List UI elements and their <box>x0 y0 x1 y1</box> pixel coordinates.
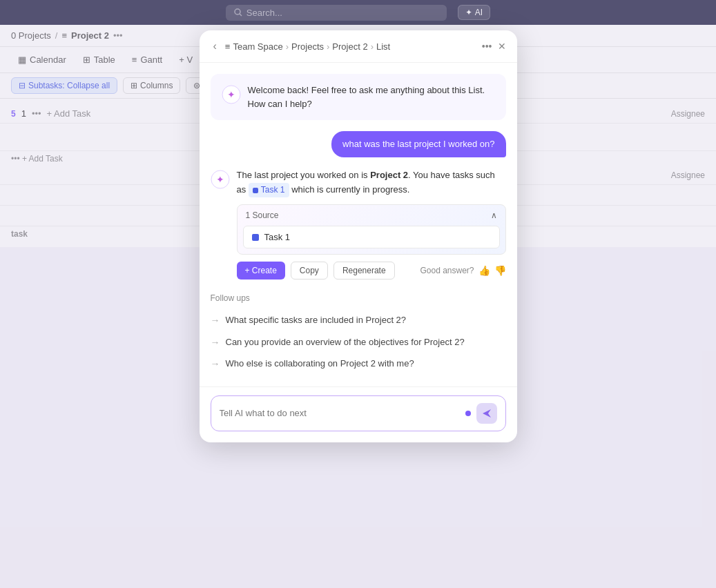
list-icon-panel: ≡ <box>225 41 231 52</box>
user-bubble: what was the last project I worked on? <box>331 131 505 157</box>
source-dot <box>252 234 259 241</box>
followups-section: Follow ups → What specific tasks are inc… <box>211 293 506 375</box>
input-wrapper <box>211 395 506 431</box>
source-header[interactable]: 1 Source ∧ <box>238 205 505 226</box>
crumb-sep1: › <box>286 41 289 52</box>
ai-response-container: ✦ The last project you worked on is Proj… <box>211 168 506 280</box>
arrow-icon-1: → <box>211 314 220 328</box>
ai-chat-panel: ‹ ≡ Team Space › Projects › Project 2 › … <box>200 30 517 442</box>
followup-text-3: Who else is collaborating on Project 2 w… <box>226 357 414 370</box>
chat-content: ✦ Welcome back! Feel free to ask me anyt… <box>200 63 517 386</box>
followup-item-1[interactable]: → What specific tasks are included in Pr… <box>211 310 506 332</box>
send-icon <box>482 409 492 418</box>
thumbs-down-icon[interactable]: 👎 <box>494 265 506 276</box>
regenerate-button[interactable]: Regenerate <box>333 262 395 280</box>
response-body: The last project you worked on is Projec… <box>237 168 506 280</box>
svg-text:✦: ✦ <box>227 89 235 100</box>
arrow-icon-2: → <box>211 336 220 350</box>
input-area <box>200 386 517 442</box>
response-text: The last project you worked on is Projec… <box>237 168 506 197</box>
panel-more-btn[interactable]: ••• <box>482 41 492 52</box>
panel-header-actions: ••• ✕ <box>482 41 506 52</box>
crumb-teamspace: Team Space <box>233 41 282 52</box>
followups-title: Follow ups <box>211 293 506 303</box>
source-count-label: 1 Source <box>246 210 279 220</box>
panel-header: ‹ ≡ Team Space › Projects › Project 2 › … <box>200 30 517 63</box>
create-button[interactable]: + Create <box>237 262 285 280</box>
thumbs-up-icon[interactable]: 👍 <box>478 265 490 276</box>
welcome-text: Welcome back! Feel free to ask me anythi… <box>248 84 495 110</box>
ai-input[interactable] <box>220 408 460 418</box>
followup-item-2[interactable]: → Can you provide an overview of the obj… <box>211 332 506 354</box>
source-card: 1 Source ∧ Task 1 <box>237 204 506 255</box>
back-button[interactable]: ‹ <box>211 39 220 54</box>
good-answer-section: Good answer? 👍 👎 <box>420 265 505 276</box>
ai-avatar-2: ✦ <box>211 170 230 189</box>
source-item[interactable]: Task 1 <box>243 226 500 248</box>
followup-item-3[interactable]: → Who else is collaborating on Project 2… <box>211 353 506 375</box>
svg-text:✦: ✦ <box>216 174 224 185</box>
arrow-icon-3: → <box>211 357 220 371</box>
good-answer-label: Good answer? <box>420 266 474 275</box>
action-row: + Create Copy Regenerate Good answer? 👍 … <box>237 262 506 280</box>
panel-close-btn[interactable]: ✕ <box>498 41 506 52</box>
crumb-projects: Projects <box>291 41 324 52</box>
task-dot <box>253 188 258 193</box>
welcome-bubble: ✦ Welcome back! Feel free to ask me anyt… <box>211 74 506 120</box>
followup-text-1: What specific tasks are included in Proj… <box>226 314 407 326</box>
user-message-container: what was the last project I worked on? <box>211 131 506 157</box>
input-dot <box>465 411 471 416</box>
panel-breadcrumb: ≡ Team Space › Projects › Project 2 › Li… <box>225 41 476 52</box>
task-chip-label: Task 1 <box>261 184 285 197</box>
source-task-label: Task 1 <box>264 232 291 242</box>
crumb-list: List <box>376 41 390 52</box>
copy-button[interactable]: Copy <box>291 262 328 280</box>
collapse-icon[interactable]: ∧ <box>491 210 497 220</box>
send-button[interactable] <box>476 403 497 424</box>
crumb-sep2: › <box>327 41 329 52</box>
ai-avatar: ✦ <box>222 85 241 104</box>
crumb-sep3: › <box>371 41 374 52</box>
project-name: Project 2 <box>370 170 408 180</box>
crumb-project2: Project 2 <box>332 41 367 52</box>
task-chip[interactable]: Task 1 <box>249 183 289 197</box>
followup-text-2: Can you provide an overview of the objec… <box>226 336 465 349</box>
